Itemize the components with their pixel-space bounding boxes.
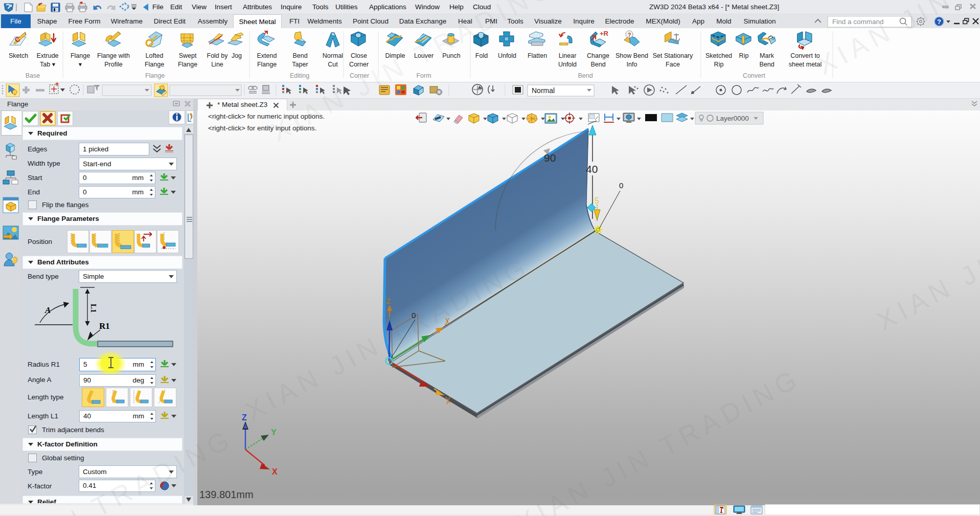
svg-text:Find a command: Find a command [832,18,884,26]
svg-text:Layer0000: Layer0000 [716,115,749,122]
svg-text:L1: L1 [89,304,98,313]
svg-text:R1: R1 [99,321,110,331]
svg-text:+R: +R [600,30,609,37]
svg-text:A: A [44,305,51,315]
svg-text:?: ? [937,18,941,26]
svg-text:Normal: Normal [532,86,555,95]
svg-text:?: ? [628,32,631,38]
